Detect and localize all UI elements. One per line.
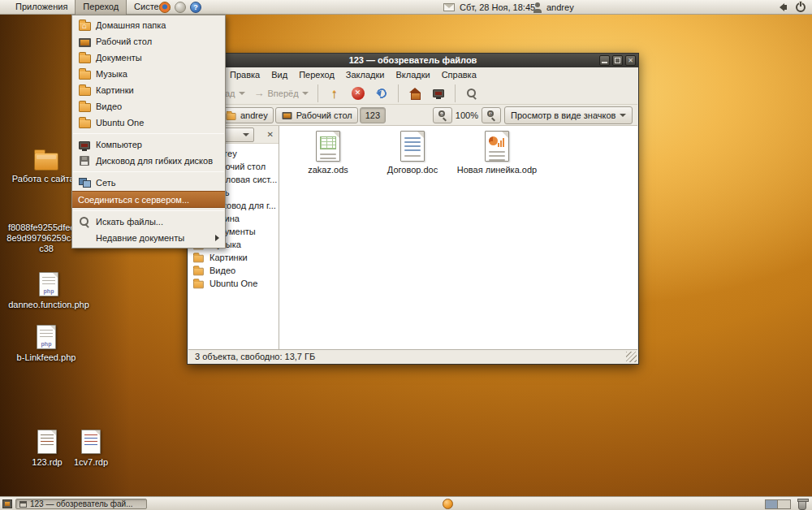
notification-icon[interactable]: [443, 499, 453, 509]
menu-item-connect-to-server[interactable]: Соединиться с сервером...: [72, 191, 225, 208]
desktop-icon-linkfeed-php[interactable]: php b-Linkfeed.php: [6, 325, 87, 363]
reload-button[interactable]: [371, 84, 392, 103]
window-title: 123 — обозреватель файлов: [188, 54, 638, 67]
document-file-icon: [400, 131, 425, 162]
arrow-right-icon: →: [254, 87, 265, 99]
stop-icon: ✕: [352, 87, 365, 100]
help-icon[interactable]: ?: [190, 2, 201, 13]
menu-item-label: Дисковод для гибких дисков: [96, 156, 213, 166]
breadcrumb-label: andrey: [240, 110, 268, 120]
stop-button[interactable]: ✕: [348, 84, 369, 103]
zoom-in-button[interactable]: +: [482, 107, 501, 123]
file-name: Договор.doc: [387, 165, 438, 175]
desktop-icon-label: Работа с сайтам: [12, 174, 80, 184]
taskbar-window-button[interactable]: 123 — обозреватель фай...: [15, 499, 147, 509]
desktop-icon: [79, 38, 91, 47]
file-list-view[interactable]: zakaz.ods Договор.doc: [279, 126, 637, 349]
menu-separator: [73, 133, 224, 134]
resize-grip[interactable]: [626, 352, 637, 362]
firefox-icon[interactable]: [159, 2, 171, 13]
zoom-out-button[interactable]: −: [433, 107, 452, 123]
menu-tabs[interactable]: Вкладки: [390, 67, 435, 82]
chevron-down-icon: [620, 114, 626, 117]
menu-item-video[interactable]: Видео: [72, 98, 225, 115]
bottom-panel: 123 — обозреватель фай...: [0, 496, 812, 510]
folder-icon: [79, 103, 91, 112]
menu-item-label: Музыка: [96, 69, 127, 79]
home-button[interactable]: [404, 84, 425, 103]
mail-indicator-icon[interactable]: [443, 3, 455, 11]
view-mode-select[interactable]: Просмотр в виде значков: [504, 106, 633, 124]
power-icon[interactable]: [796, 2, 806, 12]
sidebar-item-video[interactable]: Видео: [188, 264, 279, 277]
workspace-2[interactable]: [778, 500, 790, 508]
search-button[interactable]: [461, 84, 482, 103]
menu-go[interactable]: Переход: [293, 67, 340, 82]
menu-item-home-folder[interactable]: Домашняя папка: [72, 17, 225, 33]
network-icon: [79, 178, 91, 188]
text-file-icon: [81, 430, 101, 454]
workspace-1[interactable]: [766, 500, 778, 508]
breadcrumb-label: 123: [365, 110, 380, 120]
sidebar-item-ubuntu-one[interactable]: Ubuntu One: [188, 277, 279, 290]
taskbar-window-label: 123 — обозреватель фай...: [30, 499, 132, 508]
window-titlebar[interactable]: 123 — обозреватель файлов: [188, 54, 638, 67]
file-item-doc[interactable]: Договор.doc: [370, 131, 455, 175]
desktop-icon-1cv7-rdp[interactable]: 1cv7.rdp: [50, 430, 132, 468]
window-toolbar: ← Назад → Вперёд ↑ ✕: [188, 82, 637, 105]
presentation-file-icon: [485, 131, 509, 162]
home-icon: [408, 88, 421, 99]
file-item-odp[interactable]: Новая линейка.odp: [455, 131, 539, 175]
forward-label: Вперёд: [268, 89, 299, 98]
menu-item-pictures[interactable]: Картинки: [72, 82, 225, 98]
menu-item-network[interactable]: Сеть: [72, 175, 225, 191]
breadcrumb-current[interactable]: 123: [360, 107, 386, 123]
trash-applet[interactable]: [798, 499, 806, 510]
menu-item-documents[interactable]: Документы: [72, 50, 225, 66]
places-menu[interactable]: Переход: [75, 0, 127, 15]
volume-icon[interactable]: [780, 3, 787, 11]
menu-edit[interactable]: Правка: [224, 67, 266, 82]
breadcrumb-desktop[interactable]: Рабочий стол: [275, 107, 358, 123]
menu-bookmarks[interactable]: Закладки: [340, 67, 391, 82]
mail-launcher-icon[interactable]: [175, 2, 186, 13]
workspace-switcher[interactable]: [765, 499, 791, 509]
maximize-button[interactable]: [612, 55, 623, 66]
desktop-icon-danneo-php[interactable]: php danneo.function.php: [8, 272, 89, 310]
chevron-down-icon: [243, 133, 249, 136]
top-panel: Приложения Переход Система ? Сбт, 28 Ноя…: [0, 0, 812, 15]
sidebar-close-button[interactable]: ✕: [265, 130, 276, 139]
folder-icon: [193, 255, 204, 262]
close-button[interactable]: [625, 55, 636, 66]
forward-button[interactable]: → Вперёд: [251, 85, 312, 101]
computer-button[interactable]: [428, 84, 449, 103]
menu-item-label: Ubuntu One: [96, 118, 144, 128]
user-switcher[interactable]: andrey: [533, 0, 574, 15]
menu-item-desktop[interactable]: Рабочий стол: [72, 33, 225, 50]
file-name: Новая линейка.odp: [457, 165, 537, 175]
desktop-icon-label: 1cv7.rdp: [74, 457, 108, 468]
menu-help[interactable]: Справка: [436, 67, 482, 82]
menu-item-computer[interactable]: Компьютер: [72, 136, 225, 153]
minimize-button[interactable]: [599, 55, 610, 66]
folder-icon: [79, 71, 91, 80]
menu-item-search-files[interactable]: Искать файлы...: [72, 214, 225, 230]
search-icon: [466, 88, 477, 99]
applications-menu[interactable]: Приложения: [8, 0, 75, 15]
desktop-icon-label: danneo.function.php: [8, 300, 89, 310]
breadcrumb-home[interactable]: andrey: [219, 107, 274, 123]
sidebar-item-pictures[interactable]: Картинки: [188, 251, 279, 264]
clock[interactable]: Сбт, 28 Ноя, 18:45: [460, 2, 535, 12]
trash-icon: [798, 500, 806, 510]
php-file-icon: php: [37, 325, 56, 349]
show-desktop-button[interactable]: [2, 499, 12, 508]
menu-item-music[interactable]: Музыка: [72, 66, 225, 82]
menu-item-ubuntu-one[interactable]: Ubuntu One: [72, 115, 225, 131]
menu-item-recent-documents[interactable]: Недавние документы: [72, 230, 225, 246]
up-button[interactable]: ↑: [324, 84, 345, 103]
computer-icon: [79, 141, 90, 149]
menu-view[interactable]: Вид: [266, 67, 293, 82]
file-item-ods[interactable]: zakaz.ods: [286, 131, 370, 175]
menu-item-floppy[interactable]: Дисковод для гибких дисков: [72, 153, 225, 169]
file-name: zakaz.ods: [308, 165, 348, 175]
